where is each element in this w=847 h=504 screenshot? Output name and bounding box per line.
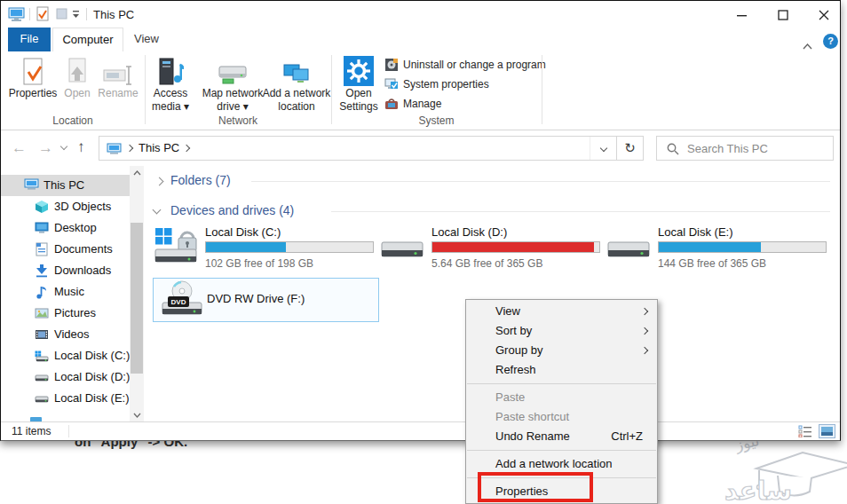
search-input[interactable]: [685, 138, 827, 159]
sidebar-item-local-disk-e[interactable]: Local Disk (E:): [1, 388, 130, 409]
menu-item-undo-rename[interactable]: Undo RenameCtrl+Z: [466, 427, 657, 446]
network-computers-icon: [282, 61, 311, 86]
address-bar[interactable]: This PC ↻: [99, 136, 644, 161]
maximize-button[interactable]: [770, 6, 796, 24]
usage-bar: [205, 241, 374, 253]
sidebar-item-desktop[interactable]: Desktop: [1, 217, 130, 239]
usage-bar: [431, 241, 600, 253]
menu-item-paste: Paste: [466, 388, 657, 407]
scrollbar-thumb[interactable]: [131, 223, 143, 374]
rename-button: Rename: [95, 54, 141, 114]
menu-separator: [467, 383, 656, 384]
address-dropdown-button[interactable]: [590, 137, 616, 160]
divider: [542, 55, 542, 124]
divider: [251, 181, 830, 182]
submenu-arrow-icon: [641, 308, 648, 315]
red-highlight-annotation: [478, 472, 593, 502]
sidebar-item-local-disk-d[interactable]: Local Disk (D:): [1, 366, 130, 388]
group-label-location: Location: [1, 114, 145, 127]
drive-icon: [35, 370, 49, 384]
map-network-drive-button[interactable]: Map network drive ▾: [198, 54, 267, 114]
quick-access-customize-icon[interactable]: [72, 11, 80, 18]
menu-separator: [467, 450, 656, 451]
manage-button[interactable]: Manage: [384, 95, 441, 113]
screenshot-root: on "Apply" -> OK. نیوز ساعد: [0, 0, 847, 504]
drive-icon: [380, 233, 424, 267]
rename-icon: [103, 65, 133, 86]
tab-file[interactable]: File: [8, 28, 51, 51]
tab-computer[interactable]: Computer: [52, 28, 123, 51]
thumbnail-view-button[interactable]: [819, 424, 835, 442]
sidebar-item-videos[interactable]: Videos: [1, 324, 130, 345]
scroll-down-icon[interactable]: [133, 413, 141, 418]
breadcrumb-chevron-icon[interactable]: [126, 145, 133, 152]
sidebar-item-local-disk-c[interactable]: Local Disk (C:): [1, 345, 130, 366]
video-icon: [35, 327, 49, 342]
search-box[interactable]: [656, 136, 834, 161]
properties-button[interactable]: Properties: [8, 54, 58, 114]
sidebar-item-documents[interactable]: Documents: [1, 239, 130, 260]
menu-item-view[interactable]: View: [466, 302, 657, 321]
devices-group-header[interactable]: Devices and drives (4): [170, 203, 294, 217]
minimize-button[interactable]: [729, 6, 756, 24]
manage-icon: [384, 97, 399, 111]
picture-icon: [35, 306, 49, 320]
drive-tile-e[interactable]: Local Disk (E:) 144 GB free of 365 GB: [605, 224, 827, 276]
navigation-bar: ← → ↑ This PC ↻: [1, 130, 840, 166]
title-bar: This PC: [1, 1, 840, 28]
computer-icon: [8, 7, 26, 22]
drive-tile-c[interactable]: Local Disk (C:) 102 GB free of 198 GB: [152, 224, 374, 276]
settings-gear-icon: [344, 56, 374, 86]
quick-access-properties-icon[interactable]: [36, 6, 50, 21]
sidebar-item-3d-objects[interactable]: 3D Objects: [1, 196, 130, 217]
drive-icon: [35, 391, 49, 406]
drive-tile-d[interactable]: Local Disk (D:) 5.64 GB free of 365 GB: [378, 224, 600, 276]
sidebar-item-downloads[interactable]: Downloads: [1, 260, 130, 281]
details-view-button[interactable]: [798, 424, 812, 441]
menu-item-group-by[interactable]: Group by: [466, 341, 657, 360]
items-count: 11 items: [12, 422, 51, 440]
scroll-up-icon[interactable]: [133, 170, 141, 176]
group-label-system: System: [331, 114, 542, 127]
menu-item-add-network-location[interactable]: Add a network location: [466, 454, 657, 474]
close-button[interactable]: [811, 6, 837, 24]
uninstall-program-button[interactable]: Uninstall or change a program: [384, 56, 546, 74]
sidebar-scrollbar[interactable]: [130, 166, 144, 423]
sidebar-item-this-pc[interactable]: This PC: [1, 175, 130, 196]
open-icon: [66, 58, 89, 86]
search-icon: [667, 143, 679, 155]
devices-collapse-icon[interactable]: [153, 206, 162, 215]
forward-icon: →: [38, 140, 53, 155]
media-server-icon: [157, 58, 184, 86]
recent-locations-icon[interactable]: [60, 143, 67, 150]
folders-collapse-icon[interactable]: [155, 177, 164, 186]
breadcrumb-this-pc[interactable]: This PC: [139, 137, 179, 160]
access-media-button[interactable]: Access media ▾: [148, 54, 193, 114]
up-icon[interactable]: ↑: [77, 139, 85, 154]
windows-drive-icon: [35, 349, 49, 363]
document-icon: [35, 242, 49, 256]
back-icon: ←: [12, 140, 27, 155]
group-label-network: Network: [145, 114, 331, 127]
tab-view[interactable]: View: [125, 28, 168, 51]
menu-item-sort-by[interactable]: Sort by: [466, 321, 657, 341]
sidebar-item-music[interactable]: Music: [1, 281, 130, 303]
shortcut-label: Ctrl+Z: [611, 427, 643, 446]
dvd-drive-tile[interactable]: DVD DVD RW Drive (F:): [153, 278, 379, 322]
divider: [68, 425, 69, 437]
help-icon[interactable]: ?: [823, 34, 838, 49]
quick-access-folder-icon[interactable]: [56, 8, 67, 20]
sidebar-item-pictures[interactable]: Pictures: [1, 303, 130, 324]
submenu-arrow-icon: [641, 347, 648, 354]
menu-item-refresh[interactable]: Refresh: [466, 360, 657, 380]
cube-icon: [35, 200, 49, 214]
refresh-button[interactable]: ↻: [616, 137, 643, 160]
status-bar: 11 items: [1, 421, 840, 440]
system-properties-button[interactable]: System properties: [384, 75, 489, 93]
network-drive-icon: [217, 61, 249, 86]
breadcrumb-chevron-icon[interactable]: [183, 145, 190, 152]
folders-group-header[interactable]: Folders (7): [170, 173, 231, 187]
computer-icon: [107, 143, 122, 155]
add-network-location-button[interactable]: Add a network location: [262, 54, 331, 114]
open-settings-button[interactable]: Open Settings: [336, 54, 381, 114]
